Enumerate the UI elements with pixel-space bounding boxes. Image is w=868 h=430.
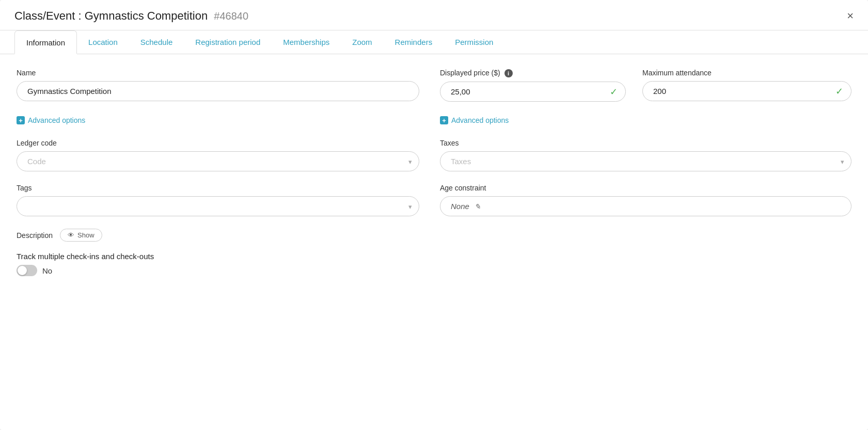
name-label: Name — [17, 69, 419, 77]
tab-permission[interactable]: Permission — [444, 30, 504, 54]
tags-group: Tags ▾ — [17, 184, 419, 216]
ledger-column: Ledger code Code ▾ — [17, 139, 419, 171]
toggle-label: No — [42, 266, 52, 275]
taxes-label: Taxes — [440, 139, 851, 147]
price-max-column: Displayed price ($) i ✓ Maximum attendan… — [440, 69, 851, 102]
ledger-group: Ledger code Code ▾ — [17, 139, 419, 171]
tags-select-wrapper: ▾ — [17, 196, 419, 216]
advanced-options-left-button[interactable]: + Advanced options — [17, 116, 419, 124]
tab-bar: Information Location Schedule Registrati… — [0, 30, 868, 54]
advanced-options-row: + Advanced options + Advanced options — [17, 114, 851, 129]
price-input-wrapper: ✓ — [440, 82, 626, 102]
plus-icon-left: + — [17, 116, 25, 124]
tab-registration-period[interactable]: Registration period — [184, 30, 272, 54]
modal-header: Class/Event : Gymnastics Competition #46… — [0, 0, 868, 30]
age-constraint-label: Age constraint — [440, 184, 851, 192]
eye-icon: 👁 — [68, 231, 74, 239]
price-group-wrapper: Displayed price ($) i ✓ — [440, 69, 626, 102]
name-column: Name — [17, 69, 419, 102]
tags-select[interactable] — [17, 196, 419, 216]
close-button[interactable]: × — [847, 10, 854, 22]
tab-reminders[interactable]: Reminders — [384, 30, 444, 54]
max-attendance-input[interactable] — [642, 81, 851, 101]
plus-icon-right: + — [440, 116, 448, 124]
description-row: Description 👁 Show — [17, 229, 851, 242]
track-row: Track multiple check-ins and check-outs … — [17, 252, 851, 276]
advanced-right: + Advanced options — [440, 114, 851, 129]
show-button[interactable]: 👁 Show — [60, 229, 102, 242]
title-text: Class/Event : Gymnastics Competition — [14, 9, 208, 22]
description-label: Description — [17, 231, 53, 240]
content-area: Name Displayed price ($) i ✓ — [0, 54, 868, 295]
name-group: Name — [17, 69, 419, 101]
age-constraint-field[interactable]: None ✎ — [440, 196, 851, 216]
taxes-select-wrapper: Taxes ▾ — [440, 151, 851, 171]
toggle-switch[interactable] — [17, 265, 37, 276]
ledger-label: Ledger code — [17, 139, 419, 147]
page-title: Class/Event : Gymnastics Competition #46… — [14, 9, 248, 23]
ledger-taxes-row: Ledger code Code ▾ Taxes Taxes — [17, 139, 851, 171]
age-constraint-group: Age constraint None ✎ — [440, 184, 851, 216]
taxes-select[interactable]: Taxes — [440, 151, 851, 171]
event-id: #46840 — [214, 10, 248, 22]
tags-age-row: Tags ▾ Age constraint None ✎ — [17, 184, 851, 216]
advanced-options-left-label: Advanced options — [28, 116, 85, 124]
advanced-options-right-button[interactable]: + Advanced options — [440, 116, 851, 124]
price-input[interactable] — [440, 82, 626, 102]
taxes-column: Taxes Taxes ▾ — [440, 139, 851, 171]
name-price-row: Name Displayed price ($) i ✓ — [17, 69, 851, 102]
name-input[interactable] — [17, 81, 419, 101]
toggle-row: No — [17, 265, 851, 276]
price-label: Displayed price ($) i — [440, 69, 626, 77]
tab-schedule[interactable]: Schedule — [129, 30, 184, 54]
max-attendance-group: Maximum attendance ✓ — [642, 69, 851, 101]
max-group-wrapper: Maximum attendance ✓ — [642, 69, 851, 102]
price-label-text: Displayed price ($) — [440, 69, 500, 77]
show-label: Show — [77, 231, 94, 239]
tab-location[interactable]: Location — [77, 30, 129, 54]
age-constraint-column: Age constraint None ✎ — [440, 184, 851, 216]
max-input-wrapper: ✓ — [642, 81, 851, 101]
price-group: Displayed price ($) i ✓ — [440, 69, 626, 102]
taxes-group: Taxes Taxes ▾ — [440, 139, 851, 171]
tab-information[interactable]: Information — [14, 30, 77, 54]
tab-zoom[interactable]: Zoom — [341, 30, 383, 54]
ledger-select[interactable]: Code — [17, 151, 419, 171]
advanced-left: + Advanced options — [17, 114, 419, 129]
info-icon: i — [504, 69, 513, 77]
tags-column: Tags ▾ — [17, 184, 419, 216]
max-attendance-label: Maximum attendance — [642, 69, 851, 77]
ledger-select-wrapper: Code ▾ — [17, 151, 419, 171]
price-check-icon: ✓ — [610, 86, 618, 98]
track-label: Track multiple check-ins and check-outs — [17, 252, 851, 261]
toggle-knob — [18, 266, 27, 275]
max-check-icon: ✓ — [835, 86, 843, 97]
tags-label: Tags — [17, 184, 419, 192]
tab-memberships[interactable]: Memberships — [272, 30, 341, 54]
modal: Class/Event : Gymnastics Competition #46… — [0, 0, 868, 430]
edit-icon: ✎ — [475, 202, 481, 211]
age-constraint-value: None — [451, 202, 469, 211]
advanced-options-right-label: Advanced options — [451, 116, 509, 124]
